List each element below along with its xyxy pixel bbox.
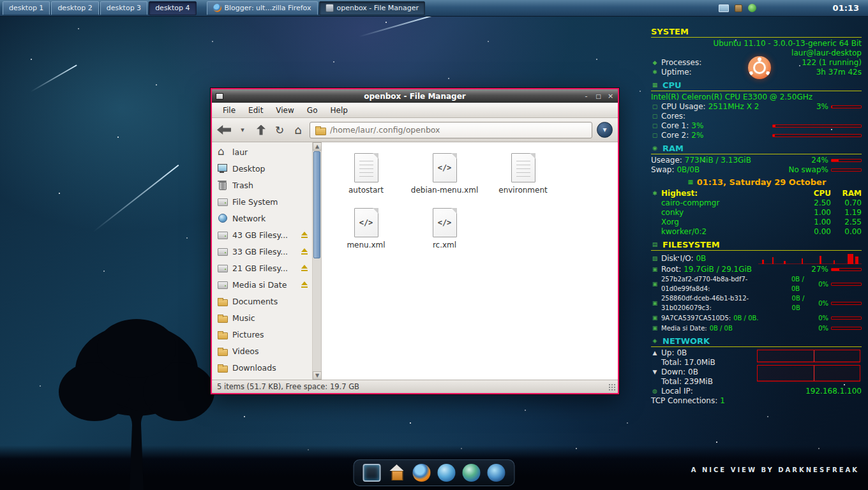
network-header: ◈NETWORK (651, 336, 862, 346)
menu-item[interactable]: File (217, 105, 241, 116)
sidebar-item[interactable]: 33 GB Filesy... (212, 243, 312, 260)
process-cpu: 0.00 (800, 227, 831, 237)
ram-icon: ◉ (651, 144, 659, 153)
file-icon (354, 153, 378, 182)
sidebar-item-label: Downloads (232, 363, 310, 373)
sidebar-item[interactable]: File System (212, 193, 312, 210)
update-tray-icon[interactable] (748, 4, 756, 12)
desktop-button[interactable]: desktop 4 (149, 1, 196, 15)
system-header: SYSTEM (651, 27, 862, 36)
volume-bar (831, 302, 862, 305)
swap-value: 0B/0B (677, 165, 700, 175)
sidebar-item-label: Desktop (232, 164, 310, 174)
maximize-button[interactable] (595, 93, 602, 100)
eject-icon[interactable] (301, 232, 308, 238)
resize-grip[interactable] (608, 383, 617, 392)
eject-icon[interactable] (301, 248, 308, 255)
titlebar[interactable]: openbox - File Manager (212, 89, 618, 103)
scrollbar-thumb[interactable] (313, 151, 320, 258)
sidebar-scrollbar[interactable] (313, 142, 322, 380)
sidebar-item[interactable]: laur (212, 144, 312, 160)
ip-icon: ◍ (651, 387, 659, 396)
volume-icon: ▣ (651, 279, 659, 289)
processes-icon: ◆ (651, 58, 659, 68)
back-button[interactable] (217, 122, 231, 138)
core1-icon: ▢ (651, 121, 659, 131)
comet-streak (30, 64, 77, 93)
sidebar-item-label: 33 GB Filesy... (232, 247, 296, 256)
volume-icon: ▣ (651, 313, 659, 323)
go-dropdown-button[interactable] (597, 122, 613, 138)
process-row: cairo-compmgr 2.50 0.70 (651, 198, 862, 208)
up-value: 0B (677, 348, 687, 358)
taskbar-window-button[interactable]: Blogger: ult...zilla Firefox (207, 1, 318, 15)
sidebar-item-icon (217, 346, 228, 356)
divider (651, 154, 862, 154)
file-item[interactable]: debian-menu.xml (405, 150, 484, 205)
taskbar-window-button[interactable]: openbox - File Manager (319, 1, 425, 15)
sidebar-item[interactable]: Pictures (212, 326, 312, 343)
sidebar-item[interactable]: Media si Date (212, 276, 312, 293)
sidebar-item[interactable]: Trash (212, 177, 312, 193)
dock-launcher-icon[interactable] (463, 464, 481, 482)
sidebar-item[interactable]: Downloads (212, 359, 312, 376)
desktop-button-label: desktop 1 (9, 4, 43, 12)
sidebar-item[interactable]: Documents (212, 293, 312, 309)
dock-launcher-icon[interactable] (488, 464, 505, 482)
menu-item[interactable]: Go (301, 105, 324, 116)
file-icon (433, 208, 457, 237)
datetime-value: 01:13, Saturday 29 October (697, 177, 827, 187)
package-tray-icon[interactable] (735, 4, 742, 12)
process-cpu: 1.00 (800, 208, 831, 218)
file-item[interactable]: environment (484, 150, 562, 205)
cpu-usage-value: 3% (816, 102, 828, 112)
file-item[interactable]: autostart (327, 150, 405, 205)
refresh-button[interactable] (273, 122, 287, 138)
close-button[interactable] (607, 93, 614, 100)
sidebar-item[interactable]: Network (212, 210, 312, 226)
menu-item[interactable]: Edit (243, 105, 269, 116)
dock-launcher-icon[interactable] (438, 464, 456, 482)
desktop-button[interactable]: desktop 3 (100, 1, 147, 15)
ram-header: ◉RAM (651, 144, 862, 153)
minimize-button[interactable] (583, 93, 590, 100)
cpu-usage-bar (831, 105, 862, 108)
menu-item[interactable]: View (270, 105, 299, 116)
file-name: rc.xml (433, 241, 456, 249)
dock-launcher-icon[interactable] (363, 464, 381, 482)
core1-bar (772, 124, 862, 128)
up-button[interactable] (254, 122, 268, 138)
sidebar-item-label: Media si Date (232, 280, 296, 290)
comet-streak (359, 15, 433, 38)
dock-launcher-icon[interactable] (388, 464, 406, 482)
file-item[interactable]: menu.xml (327, 205, 405, 260)
home-button[interactable] (291, 122, 305, 138)
sidebar-item[interactable]: Videos (212, 343, 312, 359)
folder-icon (315, 126, 326, 134)
dock-launcher-icon[interactable] (413, 464, 431, 482)
toolbar: /home/laur/.config/openbox (212, 118, 618, 142)
sidebar-item[interactable]: 43 GB Filesy... (212, 226, 312, 243)
ram-usage-pct: 24% (811, 156, 828, 165)
volume-label: Media si Date: (661, 323, 707, 333)
menu-item[interactable]: Help (324, 105, 353, 116)
eject-icon[interactable] (301, 265, 308, 271)
eject-icon[interactable] (301, 281, 308, 288)
desktop-button[interactable]: desktop 1 (3, 1, 50, 15)
sidebar-item[interactable]: 21 GB Filesy... (212, 260, 312, 276)
cpu-usage-icon: ▢ (651, 102, 659, 112)
process-name: Xorg (651, 218, 679, 227)
scrollbar-up-icon[interactable] (313, 142, 322, 151)
history-dropdown-button[interactable] (236, 122, 250, 138)
file-item[interactable]: rc.xml (405, 205, 484, 260)
file-list: autostart debian-menu.xml environment me… (322, 142, 618, 380)
sidebar-item[interactable]: Desktop (212, 160, 312, 177)
file-name: environment (498, 186, 547, 195)
scrollbar-down-icon[interactable] (313, 371, 322, 380)
path-bar[interactable]: /home/laur/.config/openbox (310, 122, 592, 138)
process-ram: 0.70 (834, 198, 862, 208)
sidebar-item[interactable]: Music (212, 309, 312, 326)
desktop-button[interactable]: desktop 2 (51, 1, 98, 15)
divider (651, 250, 862, 251)
display-tray-icon[interactable] (719, 4, 729, 12)
